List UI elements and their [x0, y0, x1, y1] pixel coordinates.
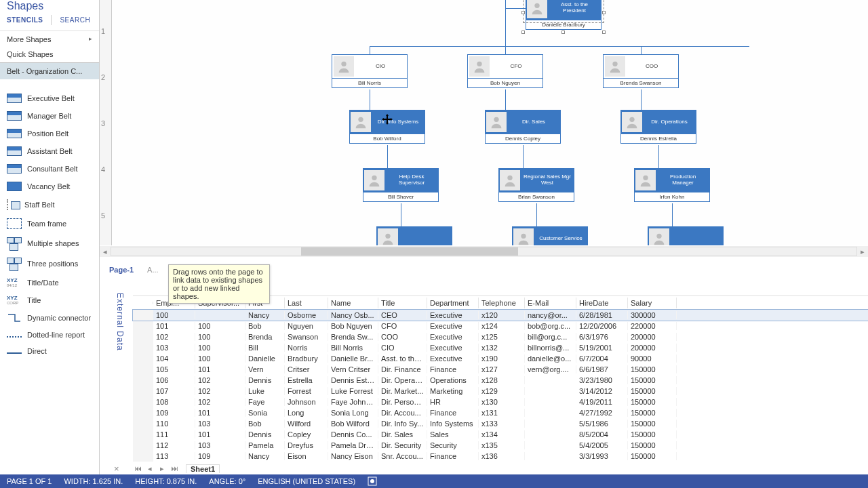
col-header[interactable]: Last	[285, 298, 328, 308]
org-node-coo[interactable]: COO Brenda Swanson	[603, 54, 679, 88]
belt-icon	[7, 146, 22, 156]
col-header[interactable]: Salary	[628, 298, 677, 308]
org-node-asst[interactable]: Asst. to the President Danielle Bradbury	[526, 0, 601, 30]
org-node-partial3[interactable]	[648, 226, 724, 245]
table-row[interactable]: 111101DennisCopleyDennis Co...Dir. Sales…	[133, 429, 868, 440]
row-handle[interactable]	[133, 353, 153, 364]
cell: Danielle Br...	[328, 354, 378, 363]
macro-record-icon[interactable]	[368, 476, 377, 486]
row-handle[interactable]	[133, 375, 153, 386]
shape-label: Team frame	[27, 220, 66, 228]
row-handle[interactable]	[133, 310, 153, 321]
table-row[interactable]: 104100DanielleBradburyDanielle Br...Asst…	[133, 353, 868, 364]
org-node-helpdesk[interactable]: Help Desk Supervisor Bill Shaver	[363, 168, 439, 202]
table-row[interactable]: 107102LukeForrestLuke ForrestDir. Market…	[133, 386, 868, 396]
shape-dynamic-connector[interactable]: Dynamic connector	[0, 309, 99, 327]
table-row[interactable]: 108102FayeJohnsonFaye Johns...Dir. Perso…	[133, 396, 868, 407]
shape-title[interactable]: XYZCORPTitle	[0, 291, 99, 309]
org-node-partial1[interactable]	[376, 226, 452, 245]
table-row[interactable]: 110103BobWilfordBob WilfordDir. Info Sy.…	[133, 418, 868, 429]
org-node-customer-service[interactable]: Customer Service	[512, 226, 588, 245]
row-handle[interactable]	[133, 396, 153, 407]
row-handle[interactable]	[133, 418, 153, 429]
table-row[interactable]: 113109NancyEisonNancy EisonSnr. Accou...…	[133, 451, 868, 462]
shape-consultant-belt[interactable]: Consultant Belt	[0, 160, 99, 178]
col-header[interactable]: Name	[328, 298, 378, 308]
cell: 109	[153, 409, 195, 417]
row-handle[interactable]	[133, 386, 153, 396]
col-header[interactable]: Department	[427, 298, 479, 308]
shape-title-date[interactable]: XYZ04/12Title/Date	[0, 274, 99, 291]
dotted-icon	[7, 336, 22, 338]
row-handle[interactable]	[133, 321, 153, 331]
shape-team-frame[interactable]: Team frame	[0, 214, 99, 233]
tab-stencils[interactable]: STENCILS	[7, 15, 47, 25]
row-handle[interactable]	[133, 342, 153, 353]
nav-next-icon[interactable]: ▸	[157, 464, 167, 473]
shape-position-belt[interactable]: Position Belt	[0, 125, 99, 142]
drawing-canvas[interactable]: Asst. to the President Danielle Bradbury…	[112, 0, 868, 245]
col-header[interactable]: HireDate	[576, 298, 628, 308]
more-shapes[interactable]: More Shapes	[0, 31, 99, 47]
avatar-icon	[649, 228, 669, 245]
shape-label: Vacancy Belt	[27, 182, 70, 190]
org-node-cfo[interactable]: CFO Bob Nguyen	[467, 54, 543, 88]
scroll-track[interactable]	[111, 247, 857, 256]
shape-three-positions[interactable]: Three positions	[0, 253, 99, 274]
avatar-icon	[351, 112, 371, 132]
cell: 102	[195, 398, 245, 406]
nav-prev-icon[interactable]: ◂	[145, 464, 155, 473]
status-lang[interactable]: ENGLISH (UNITED STATES)	[258, 477, 355, 485]
org-node-cio[interactable]: CIO Bill Norris	[332, 54, 408, 88]
org-node-dir-infosys[interactable]: Dir. Info Systems Bob Wilford	[349, 110, 425, 144]
cell: Finance	[427, 452, 479, 460]
tab-search[interactable]: SEARCH	[60, 15, 94, 25]
shape-staff-belt[interactable]: Staff Belt	[0, 195, 99, 214]
col-header[interactable]: E-Mail	[525, 298, 576, 308]
scroll-right-icon[interactable]: ▸	[857, 246, 868, 257]
shape-assistant-belt[interactable]: Assistant Belt	[0, 142, 99, 160]
sheet-tab[interactable]: Sheet1	[186, 464, 220, 473]
scroll-left-icon[interactable]: ◂	[100, 246, 111, 257]
row-handle[interactable]	[133, 451, 153, 462]
shape-dotted-report[interactable]: Dotted-line report	[0, 327, 99, 343]
row-handle[interactable]	[133, 331, 153, 342]
row-handle[interactable]	[133, 440, 153, 451]
nav-last-icon[interactable]: ⏭	[170, 464, 179, 472]
shape-direct[interactable]: Direct	[0, 343, 99, 359]
close-external-data[interactable]: ×	[114, 464, 119, 474]
col-header[interactable]	[133, 302, 153, 304]
shape-vacancy-belt[interactable]: Vacancy Belt	[0, 178, 99, 195]
org-node-dir-sales[interactable]: Dir. Sales Dennis Copley	[485, 110, 561, 144]
tab-page-1[interactable]: Page-1	[105, 264, 138, 275]
cell: 102	[195, 387, 245, 395]
org-node-dir-ops[interactable]: Dir. Operations Dennis Estrella	[620, 110, 696, 144]
stencil-belt-org[interactable]: Belt - Organization C...	[0, 62, 99, 80]
nav-first-icon[interactable]: ⏮	[133, 464, 142, 472]
quick-shapes[interactable]: Quick Shapes	[0, 47, 99, 62]
table-row[interactable]: 102100BrendaSwansonBrenda Sw...COOExecut…	[133, 331, 868, 342]
shape-multiple[interactable]: Multiple shapes	[0, 233, 99, 253]
table-row[interactable]: 109101SoniaLongSonia LongDir. Accou...Fi…	[133, 407, 868, 418]
row-handle[interactable]	[133, 429, 153, 440]
table-row[interactable]: 101100BobNguyenBob NguyenCFOExecutivex12…	[133, 321, 868, 331]
table-row[interactable]: 103100BillNorrisBill NorrisCIOExecutivex…	[133, 342, 868, 353]
shape-manager-belt[interactable]: Manager Belt	[0, 107, 99, 125]
table-row[interactable]: 105101VernCritserVern CritserDir. Financ…	[133, 364, 868, 375]
cell: 3/23/1980	[576, 376, 628, 384]
shape-executive-belt[interactable]: Executive Belt	[0, 89, 99, 107]
org-node-regional-sales[interactable]: Regional Sales Mgr West Brian Swanson	[498, 168, 574, 202]
table-row[interactable]: 112103PamelaDreyfusPamela Dre...Dir. Sec…	[133, 440, 868, 451]
scroll-thumb[interactable]	[301, 247, 518, 256]
row-handle[interactable]	[133, 364, 153, 375]
table-row[interactable]: 100NancyOsborneNancy Osb...CEOExecutivex…	[133, 310, 868, 321]
row-handle[interactable]	[133, 407, 153, 418]
org-node-production[interactable]: Production Manager Irfon Kohn	[634, 168, 710, 202]
horizontal-scrollbar[interactable]: ◂ ▸	[100, 246, 868, 257]
svg-point-6	[629, 117, 634, 122]
table-row[interactable]: 106102DennisEstrellaDennis Estr...Dir. O…	[133, 375, 868, 386]
tab-all[interactable]: A...	[147, 266, 159, 274]
col-header[interactable]: Title	[378, 298, 427, 308]
svg-point-10	[385, 234, 390, 239]
col-header[interactable]: Telephone	[479, 298, 525, 308]
